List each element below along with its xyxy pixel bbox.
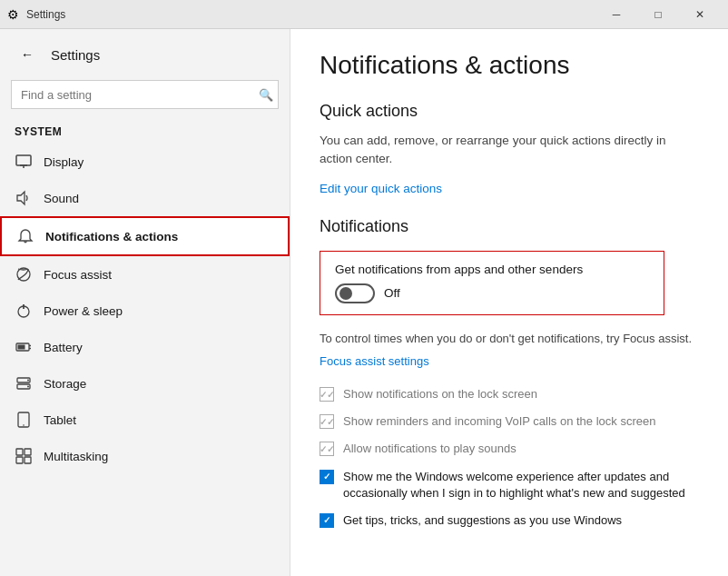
- sounds-checkbox[interactable]: ✓: [320, 442, 334, 456]
- check-mark-voip: ✓: [320, 417, 327, 427]
- sidebar-header: ← Settings: [0, 29, 290, 74]
- sidebar-item-label-tablet: Tablet: [44, 413, 76, 427]
- voip-checkbox[interactable]: ✓: [320, 414, 334, 429]
- sidebar-item-tablet[interactable]: Tablet: [0, 402, 290, 438]
- lock-screen-checkbox[interactable]: ✓: [320, 387, 334, 402]
- sound-icon: [15, 189, 33, 207]
- notifications-toggle[interactable]: [335, 283, 375, 303]
- focus-icon: [15, 265, 33, 283]
- multitasking-icon: [15, 447, 33, 465]
- titlebar-title: Settings: [26, 8, 65, 21]
- back-button[interactable]: ←: [15, 42, 40, 67]
- page-title: Notifications & actions: [320, 51, 699, 80]
- sidebar-item-label-sound: Sound: [44, 192, 79, 205]
- sounds-label: Allow notifications to play sounds: [343, 441, 516, 457]
- sidebar-item-label-focus: Focus assist: [44, 268, 112, 282]
- close-button[interactable]: ✕: [679, 0, 721, 29]
- sidebar-item-label-storage: Storage: [44, 377, 86, 391]
- check-mark-sounds: ✓: [320, 444, 327, 454]
- toggle-row: Off: [335, 283, 649, 303]
- content-area: Notifications & actions Quick actions Yo…: [290, 29, 728, 576]
- app-body: ← Settings 🔍 System Display Sound Notifi…: [0, 29, 728, 576]
- toggle-knob: [339, 287, 352, 300]
- notifications-icon: [16, 227, 34, 245]
- storage-icon: [15, 374, 33, 392]
- search-box: 🔍: [11, 80, 279, 109]
- sidebar: ← Settings 🔍 System Display Sound Notifi…: [0, 29, 290, 576]
- welcome-label: Show me the Windows welcome experience a…: [343, 469, 699, 502]
- lock-screen-label: Show notifications on the lock screen: [343, 386, 537, 402]
- titlebar-controls: ─ □ ✕: [595, 0, 721, 29]
- checkbox-lock-screen: ✓ Show notifications on the lock screen: [320, 386, 699, 402]
- sidebar-item-battery[interactable]: Battery: [0, 329, 290, 365]
- sidebar-item-label-display: Display: [44, 155, 84, 169]
- tips-label: Get tips, tricks, and suggestions as you…: [343, 512, 622, 529]
- sidebar-item-sound[interactable]: Sound: [0, 180, 290, 216]
- sidebar-item-focus[interactable]: Focus assist: [0, 256, 290, 293]
- quick-actions-description: You can add, remove, or rearrange your q…: [320, 132, 699, 169]
- sidebar-item-label-multitasking: Multitasking: [44, 450, 108, 463]
- checkbox-tips: Get tips, tricks, and suggestions as you…: [320, 512, 699, 529]
- svg-rect-20: [25, 457, 31, 463]
- focus-assist-link[interactable]: Focus assist settings: [320, 354, 429, 368]
- titlebar-left: ⚙ Settings: [7, 7, 65, 22]
- svg-point-16: [23, 424, 25, 426]
- voip-label: Show reminders and incoming VoIP calls o…: [343, 413, 655, 430]
- minimize-button[interactable]: ─: [595, 0, 637, 29]
- svg-rect-19: [16, 457, 23, 463]
- sidebar-item-notifications[interactable]: Notifications & actions: [0, 216, 290, 256]
- quick-actions-title: Quick actions: [320, 102, 699, 121]
- sidebar-item-label-battery: Battery: [44, 341, 83, 354]
- sidebar-item-power[interactable]: Power & sleep: [0, 293, 290, 329]
- toggle-value: Off: [384, 286, 400, 300]
- window-icon: ⚙: [7, 7, 19, 22]
- battery-icon: [15, 338, 33, 356]
- notification-toggle-box: Get notifications from apps and other se…: [320, 251, 664, 315]
- checkbox-voip: ✓ Show reminders and incoming VoIP calls…: [320, 413, 699, 430]
- notifications-section-title: Notifications: [320, 217, 699, 236]
- sidebar-item-storage[interactable]: Storage: [0, 365, 290, 402]
- sidebar-item-label-notifications: Notifications & actions: [45, 230, 178, 243]
- tablet-icon: [15, 411, 33, 429]
- sidebar-item-multitasking[interactable]: Multitasking: [0, 438, 290, 474]
- display-icon: [15, 153, 33, 171]
- titlebar: ⚙ Settings ─ □ ✕: [0, 0, 728, 29]
- check-mark: ✓: [320, 390, 327, 400]
- svg-marker-3: [17, 192, 25, 204]
- edit-quick-actions-link[interactable]: Edit your quick actions: [320, 182, 442, 195]
- checkbox-welcome: Show me the Windows welcome experience a…: [320, 469, 699, 502]
- search-icon[interactable]: 🔍: [259, 88, 273, 102]
- svg-rect-10: [18, 345, 25, 350]
- power-icon: [15, 302, 33, 320]
- svg-rect-0: [16, 155, 31, 165]
- toggle-label: Get notifications from apps and other se…: [335, 263, 649, 276]
- app-title: Settings: [51, 47, 100, 63]
- maximize-button[interactable]: □: [637, 0, 679, 29]
- section-label: System: [0, 120, 290, 144]
- sidebar-item-label-power: Power & sleep: [44, 304, 123, 318]
- svg-point-13: [27, 380, 29, 382]
- focus-text: To control times when you do or don't ge…: [320, 330, 699, 348]
- sidebar-item-display[interactable]: Display: [0, 144, 290, 180]
- tips-checkbox[interactable]: [320, 513, 334, 528]
- svg-rect-18: [25, 449, 31, 455]
- svg-point-14: [27, 386, 29, 388]
- welcome-checkbox[interactable]: [320, 470, 334, 484]
- search-input[interactable]: [11, 80, 279, 109]
- checkbox-sounds: ✓ Allow notifications to play sounds: [320, 441, 699, 457]
- svg-rect-17: [16, 449, 23, 455]
